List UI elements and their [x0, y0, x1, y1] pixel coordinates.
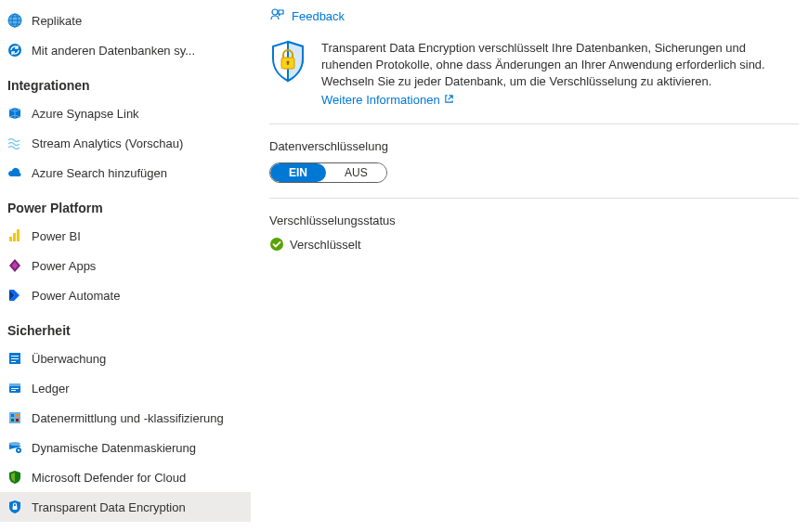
sidebar-item-sync-db[interactable]: Mit anderen Datenbanken sy... — [0, 35, 251, 65]
masking-icon — [7, 440, 22, 455]
sidebar-item-label: Power Automate — [32, 289, 241, 303]
power-apps-icon — [7, 258, 22, 273]
sync-icon — [7, 43, 22, 58]
sidebar-item-label: Power BI — [32, 229, 241, 243]
info-description: Transparent Data Encryption verschlüssel… — [321, 41, 765, 88]
toggle-option-off[interactable]: AUS — [326, 163, 386, 182]
svg-rect-5 — [17, 229, 20, 241]
status-value: Verschlüsselt — [290, 238, 361, 252]
sidebar-item-label: Microsoft Defender for Cloud — [32, 471, 241, 485]
sidebar-item-label: Transparent Data Encryption — [32, 500, 241, 514]
svg-rect-22 — [13, 506, 18, 510]
svg-point-23 — [272, 9, 278, 15]
sidebar: Replikate Mit anderen Datenbanken sy... … — [0, 0, 251, 532]
svg-point-19 — [9, 442, 20, 446]
shield-lock-icon — [269, 40, 306, 109]
svg-rect-21 — [18, 449, 20, 451]
section-header-integrationen: Integrationen — [0, 65, 251, 98]
encryption-status-section: Verschlüsselungsstatus Verschlüsselt — [269, 199, 799, 266]
svg-point-2 — [8, 44, 21, 57]
globe-icon — [7, 13, 22, 28]
check-circle-icon — [269, 237, 284, 252]
more-info-link[interactable]: Weitere Informationen — [321, 92, 454, 109]
svg-rect-7 — [11, 356, 19, 357]
sidebar-item-defender[interactable]: Microsoft Defender for Cloud — [0, 462, 251, 492]
svg-rect-8 — [11, 358, 19, 359]
sidebar-item-ledger[interactable]: Ledger — [0, 373, 251, 403]
sidebar-item-label: Datenermittlung und -klassifizierung — [32, 411, 241, 425]
power-automate-icon — [7, 288, 22, 303]
tde-shield-icon — [7, 500, 22, 514]
svg-rect-3 — [9, 237, 12, 241]
sidebar-item-tde[interactable]: Transparent Data Encryption — [0, 492, 251, 522]
external-link-icon — [444, 92, 454, 109]
toggle-label: Datenverschlüsselung — [269, 139, 799, 153]
section-header-sicherheit: Sicherheit — [0, 310, 251, 344]
sidebar-item-label: Azure Search hinzufügen — [32, 166, 241, 180]
sidebar-item-replikate[interactable]: Replikate — [0, 6, 251, 35]
sidebar-item-label: Ledger — [32, 382, 241, 396]
status-row: Verschlüsselt — [269, 237, 799, 252]
ledger-icon — [7, 381, 22, 396]
encryption-toggle-section: Datenverschlüsselung EIN AUS — [269, 124, 799, 199]
sidebar-item-stream-analytics[interactable]: Stream Analytics (Vorschau) — [0, 128, 251, 158]
defender-icon — [7, 470, 22, 485]
sidebar-item-label: Dynamische Datenmaskierung — [32, 441, 241, 455]
info-text-block: Transparent Data Encryption verschlüssel… — [321, 40, 799, 109]
synapse-icon — [7, 106, 22, 121]
encryption-toggle[interactable]: EIN AUS — [269, 162, 387, 183]
section-header-power-platform: Power Platform — [0, 188, 251, 221]
svg-point-27 — [270, 238, 283, 251]
sidebar-item-azure-search[interactable]: Azure Search hinzufügen — [0, 158, 251, 188]
sidebar-item-label: Replikate — [32, 14, 241, 28]
more-info-label: Weitere Informationen — [321, 92, 440, 109]
sidebar-item-label: Azure Synapse Link — [32, 107, 241, 121]
power-bi-icon — [7, 228, 22, 243]
feedback-label: Feedback — [292, 9, 345, 23]
status-label: Verschlüsselungsstatus — [269, 214, 799, 227]
cloud-search-icon — [7, 165, 22, 180]
svg-rect-11 — [9, 383, 20, 386]
svg-rect-18 — [16, 419, 19, 422]
sidebar-item-power-automate[interactable]: Power Automate — [0, 280, 251, 310]
feedback-link[interactable]: Feedback — [269, 0, 345, 34]
svg-rect-4 — [13, 233, 16, 241]
audit-icon — [7, 351, 22, 366]
stream-icon — [7, 136, 22, 150]
feedback-icon — [269, 7, 284, 25]
sidebar-item-datenmaskierung[interactable]: Dynamische Datenmaskierung — [0, 433, 251, 462]
svg-rect-9 — [11, 361, 16, 362]
sidebar-item-label: Stream Analytics (Vorschau) — [32, 136, 241, 150]
sidebar-item-power-bi[interactable]: Power BI — [0, 221, 251, 251]
sidebar-item-label: Power Apps — [32, 259, 241, 273]
sidebar-item-synapse-link[interactable]: Azure Synapse Link — [0, 98, 251, 128]
svg-rect-14 — [9, 412, 20, 423]
svg-rect-16 — [16, 414, 19, 417]
toggle-option-on[interactable]: EIN — [270, 163, 326, 182]
classification-icon — [7, 410, 22, 425]
svg-rect-13 — [11, 390, 16, 391]
sidebar-item-label: Mit anderen Datenbanken sy... — [32, 44, 241, 58]
svg-rect-15 — [11, 414, 14, 417]
sidebar-item-label: Überwachung — [32, 352, 241, 366]
svg-rect-12 — [11, 388, 19, 389]
sidebar-item-ueberwachung[interactable]: Überwachung — [0, 344, 251, 373]
sidebar-item-daten-klassifizierung[interactable]: Datenermittlung und -klassifizierung — [0, 403, 251, 433]
sidebar-item-power-apps[interactable]: Power Apps — [0, 251, 251, 280]
info-box: Transparent Data Encryption verschlüssel… — [269, 34, 799, 124]
svg-rect-17 — [11, 419, 14, 422]
svg-rect-26 — [287, 62, 289, 65]
main-content: Feedback Transparent Data Encryption ver… — [251, 0, 808, 532]
